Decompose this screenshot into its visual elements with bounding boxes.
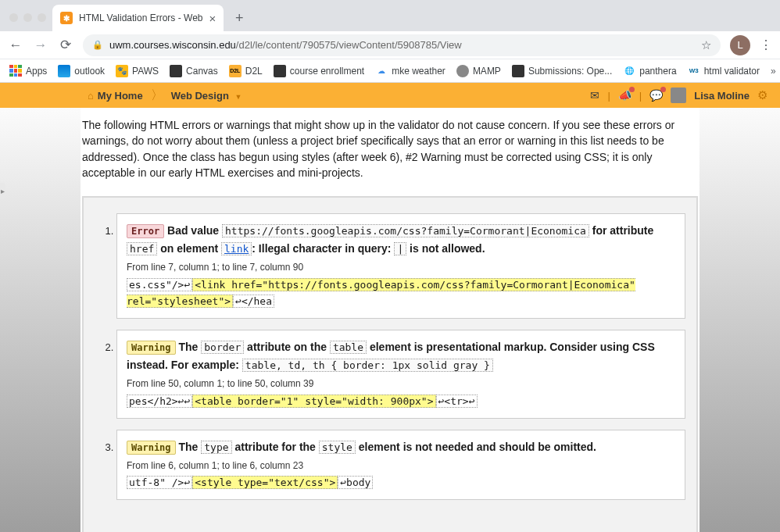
profile-avatar[interactable]: L — [730, 35, 750, 55]
canvas-icon — [170, 65, 182, 77]
lock-icon: 🔒 — [92, 40, 103, 50]
warning-tag: Warning — [127, 441, 176, 455]
bookmark-mamp[interactable]: MAMP — [456, 65, 501, 77]
browser-toolbar: ← → ⟳ 🔒 uwm.courses.wisconsin.edu/d2l/le… — [0, 31, 780, 59]
course-name: Web Design — [171, 90, 229, 102]
w3-icon: W3 — [688, 65, 700, 77]
intro-paragraph: The following HTML errors or warnings th… — [82, 117, 698, 196]
bookmark-submissions[interactable]: Submissions: Ope... — [512, 65, 612, 77]
browser-tab[interactable]: ✱ HTML Validation Errors - Web × — [52, 5, 224, 31]
breadcrumb-separator: 〉 — [151, 87, 163, 104]
page-body: The following HTML errors or warnings th… — [0, 108, 780, 532]
bookmark-course-enrollment[interactable]: course enrollment — [274, 65, 364, 77]
course-link[interactable]: Web Design ▼ — [171, 90, 242, 102]
right-gutter — [699, 108, 780, 532]
address-bar[interactable]: 🔒 uwm.courses.wisconsin.edu/d2l/le/conte… — [83, 34, 721, 56]
course-dropdown-icon: ▼ — [234, 93, 242, 101]
mamp-icon — [456, 65, 469, 77]
apps-grid-icon — [9, 65, 22, 77]
weather-icon: ☁ — [375, 65, 388, 77]
gear-icon[interactable]: ⚙ — [757, 88, 767, 102]
bookmark-mke-weather[interactable]: ☁mke weather — [375, 65, 445, 77]
validator-item-1: Error Bad value https://fonts.googleapis… — [116, 213, 685, 319]
submissions-icon — [512, 65, 524, 77]
tab-close-icon[interactable]: × — [209, 12, 216, 25]
d2l-icon: D2L — [229, 65, 242, 77]
paws-icon: 🐾 — [116, 65, 128, 77]
location-1: From line 7, column 1; to line 7, column… — [127, 260, 675, 276]
tab-favicon: ✱ — [60, 12, 73, 24]
tab-strip: ✱ HTML Validation Errors - Web × + — [0, 0, 780, 31]
url-domain: uwm.courses.wisconsin.edu — [109, 39, 236, 51]
mail-icon[interactable]: ✉ — [590, 89, 599, 102]
close-window[interactable] — [9, 13, 18, 22]
validator-list: Error Bad value https://fonts.googleapis… — [95, 213, 685, 500]
user-name-label[interactable]: Lisa Moline — [694, 90, 750, 102]
bookmark-d2l[interactable]: D2LD2L — [229, 65, 263, 77]
d2l-right-tools: ✉ | 📣 | 💬 Lisa Moline ⚙ — [590, 87, 767, 103]
reload-button[interactable]: ⟳ — [58, 37, 73, 53]
url-path: /d2l/le/content/790575/viewContent/59087… — [236, 39, 462, 51]
new-tab-button[interactable]: + — [228, 7, 250, 29]
location-3: From line 6, column 1; to line 6, column… — [127, 459, 675, 474]
bookmark-html-validator[interactable]: W3html validator — [688, 65, 760, 77]
user-avatar[interactable] — [671, 87, 686, 103]
panthera-icon: 🌐 — [623, 65, 635, 77]
apps-shortcut[interactable]: Apps — [9, 65, 47, 77]
outlook-icon — [58, 65, 70, 77]
maximize-window[interactable] — [38, 13, 46, 22]
kebab-menu-icon[interactable]: ⋮ — [760, 37, 772, 52]
enrollment-icon — [274, 65, 286, 77]
tab-title: HTML Validation Errors - Web — [79, 12, 203, 23]
bookmark-star-icon[interactable]: ☆ — [701, 38, 711, 52]
extract-1: es.css"/>↩<link href="https://fonts.goog… — [127, 277, 675, 310]
bookmark-outlook[interactable]: outlook — [58, 65, 105, 77]
window-controls — [6, 13, 52, 31]
content-area: The following HTML errors or warnings th… — [81, 108, 699, 532]
validator-item-3: Warning The type attribute for the style… — [116, 430, 685, 501]
back-button[interactable]: ← — [8, 37, 23, 53]
my-home-label: My Home — [98, 90, 143, 102]
chat-icon[interactable]: 💬 — [649, 89, 663, 102]
apps-label: Apps — [26, 66, 47, 77]
bookmark-paws[interactable]: 🐾PAWS — [116, 65, 159, 77]
minimize-window[interactable] — [23, 13, 32, 22]
location-2: From line 50, column 1; to line 50, colu… — [127, 377, 675, 392]
bookmarks-overflow-icon[interactable]: » — [771, 66, 776, 77]
error-tag: Error — [127, 224, 164, 238]
bookmark-canvas[interactable]: Canvas — [170, 65, 218, 77]
notifications-icon[interactable]: 📣 — [618, 89, 632, 102]
bookmarks-bar: Apps outlook 🐾PAWS Canvas D2LD2L course … — [0, 59, 780, 83]
warning-tag: Warning — [127, 341, 176, 355]
extract-3: utf-8" />↩<style type="text/css">↩body — [127, 475, 675, 491]
bookmark-panthera[interactable]: 🌐panthera — [623, 65, 676, 77]
left-gutter — [0, 108, 81, 532]
extract-2: pes</h2>↩↩<table border="1" style="width… — [127, 394, 675, 410]
validator-item-2: Warning The border attribute on the tabl… — [116, 330, 685, 419]
d2l-nav-bar: ⌂ My Home 〉 Web Design ▼ ✉ | 📣 | 💬 Lisa … — [0, 83, 780, 108]
validator-results-box: Error Bad value https://fonts.googleapis… — [82, 196, 698, 532]
forward-button[interactable]: → — [33, 37, 48, 53]
my-home-link[interactable]: ⌂ My Home — [88, 90, 143, 102]
home-icon: ⌂ — [88, 90, 94, 102]
link-element-ref[interactable]: link — [221, 242, 252, 255]
